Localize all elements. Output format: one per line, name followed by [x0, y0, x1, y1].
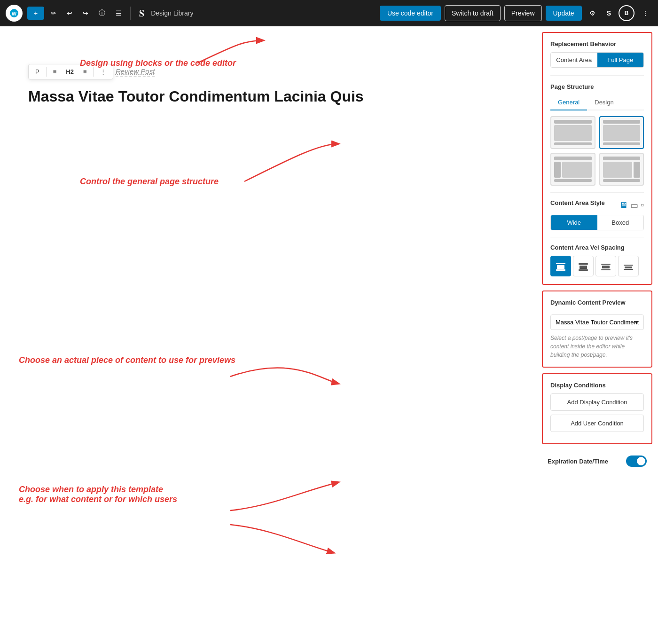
wide-button[interactable]: Wide: [551, 215, 597, 230]
content-area-style-toggle: Wide Boxed: [550, 215, 644, 230]
svg-rect-2: [556, 263, 565, 264]
toolbar-divider2: [93, 67, 94, 77]
separator: [130, 7, 131, 20]
display-conditions-label: Display Conditions: [550, 382, 644, 389]
undo-button[interactable]: ↩: [63, 7, 76, 20]
layout-thumbnails: [550, 116, 644, 186]
lt-sidebar-l: [554, 162, 561, 178]
list-view-btn[interactable]: ≡: [49, 66, 61, 77]
tablet-icon[interactable]: ▭: [630, 200, 638, 211]
vel-spacing-section: Content Area Vel Spacing: [550, 237, 644, 276]
lt-body: [554, 125, 592, 141]
page-structure-section: Page Structure General Design: [550, 75, 644, 186]
toolbar-divider: [46, 67, 47, 77]
full-page-button[interactable]: Full Page: [597, 53, 644, 67]
switch-to-draft-button[interactable]: Switch to draft: [445, 5, 501, 21]
spacing-none-icon: [623, 261, 634, 271]
lt-sidebar-r: [634, 162, 640, 178]
boxed-button[interactable]: Boxed: [597, 215, 644, 230]
toggle-knob: [637, 457, 645, 465]
active-plugin-button[interactable]: B: [619, 5, 634, 21]
vel-spacing-label: Content Area Vel Spacing: [550, 244, 644, 251]
page-structure-tabs: General Design: [550, 95, 644, 110]
svg-rect-6: [580, 266, 587, 269]
lt-footer: [603, 142, 641, 145]
svg-rect-4: [556, 269, 565, 271]
svg-rect-9: [602, 266, 610, 268]
post-heading[interactable]: Massa Vitae Toutor Condimentum Lacinia Q…: [28, 87, 508, 107]
lt-header: [603, 157, 641, 160]
spacing-small-icon: [601, 261, 611, 271]
lt-footer: [554, 179, 592, 182]
desktop-icon[interactable]: 🖥: [619, 200, 627, 210]
info-button[interactable]: ⓘ: [95, 6, 109, 20]
svg-rect-12: [625, 267, 632, 268]
editor-content-area: Design using blocks or the code editor P: [0, 26, 536, 644]
spacing-none-button[interactable]: [618, 256, 639, 276]
lt-header: [554, 157, 592, 160]
svg-rect-5: [579, 263, 588, 265]
replacement-behavior-toggle: Content Area Full Page: [550, 52, 644, 68]
expiration-toggle[interactable]: [626, 456, 647, 467]
lt-body: [554, 162, 592, 178]
more-options-button[interactable]: ⋮: [638, 7, 652, 20]
svg-rect-13: [624, 269, 633, 270]
paragraph-button[interactable]: P: [31, 66, 43, 77]
spacing-large-icon: [556, 261, 566, 271]
tab-design[interactable]: Design: [587, 95, 621, 110]
settings-button[interactable]: ⚙: [586, 7, 599, 20]
tab-general[interactable]: General: [550, 95, 587, 110]
content-area-button[interactable]: Content Area: [551, 53, 597, 67]
page-structure-label: Page Structure: [550, 83, 644, 90]
svg-rect-3: [557, 265, 564, 269]
design-library-label: Design Library: [151, 9, 193, 17]
main-toolbar: W + ✏ ↩ ↪ ⓘ ☰ 𝐒 Design Library Use code …: [0, 0, 658, 26]
s-plugin-button[interactable]: S: [603, 7, 615, 20]
style-icons: 🖥 ▭ ▫: [619, 200, 644, 211]
svg-rect-10: [601, 269, 611, 270]
list-view-button[interactable]: ☰: [112, 7, 125, 20]
annotation-page-structure: Control the general page structure: [80, 177, 219, 187]
spacing-small-button[interactable]: [595, 256, 616, 276]
lt-header: [603, 120, 641, 124]
expiration-label: Expiration Date/Time: [548, 458, 608, 465]
svg-text:W: W: [12, 11, 17, 16]
spacing-medium-button[interactable]: [573, 256, 594, 276]
mobile-icon[interactable]: ▫: [641, 200, 644, 210]
replacement-behavior-label: Replacement Behavior: [550, 40, 644, 47]
lt-main: [554, 125, 592, 141]
style-header: Content Area Style 🖥 ▭ ▫: [550, 199, 644, 211]
spacing-medium-icon: [578, 261, 588, 271]
dynamic-content-help: Select a post/page to preview it's conte…: [550, 334, 644, 359]
replacement-behavior-section: Replacement Behavior Content Area Full P…: [550, 40, 644, 68]
add-display-condition-button[interactable]: Add Display Condition: [550, 393, 644, 411]
annotation-design: Design using blocks or the code editor: [80, 58, 236, 68]
svg-rect-8: [601, 264, 611, 265]
dynamic-content-select[interactable]: Massa Vitae Toutor Condimentum L...: [550, 314, 644, 330]
display-conditions-panel: Display Conditions Add Display Condition…: [542, 373, 652, 444]
h2-button[interactable]: H2: [62, 66, 78, 77]
annotation-previews: Choose an actual piece of content to use…: [19, 355, 235, 365]
annotation-display-conditions: Choose when to apply this template e.g. …: [19, 485, 177, 504]
lt-header: [554, 120, 592, 124]
dynamic-content-label: Dynamic Content Preview: [550, 299, 644, 306]
content-area-style-section: Content Area Style 🖥 ▭ ▫ Wide Boxed: [550, 192, 644, 230]
edit-button[interactable]: ✏: [47, 7, 60, 20]
content-area-style-label: Content Area Style: [550, 199, 605, 206]
lt-main: [562, 162, 592, 178]
layout-thumb-3[interactable]: [550, 153, 595, 186]
layout-thumb-4[interactable]: [599, 153, 644, 186]
layout-thumb-2[interactable]: [599, 116, 644, 149]
add-block-button[interactable]: +: [27, 7, 44, 20]
redo-button[interactable]: ↪: [79, 7, 92, 20]
add-user-condition-button[interactable]: Add User Condition: [550, 415, 644, 432]
wp-logo[interactable]: W: [6, 5, 23, 22]
preview-button[interactable]: Preview: [504, 5, 542, 21]
spacing-large-button[interactable]: [550, 256, 571, 276]
layout-thumb-1[interactable]: [550, 116, 595, 149]
studiopress-icon[interactable]: 𝐒: [135, 5, 148, 22]
update-button[interactable]: Update: [546, 6, 582, 21]
use-code-editor-button[interactable]: Use code editor: [380, 6, 441, 21]
lt-main: [603, 162, 633, 178]
replacement-panel: Replacement Behavior Content Area Full P…: [542, 32, 652, 285]
